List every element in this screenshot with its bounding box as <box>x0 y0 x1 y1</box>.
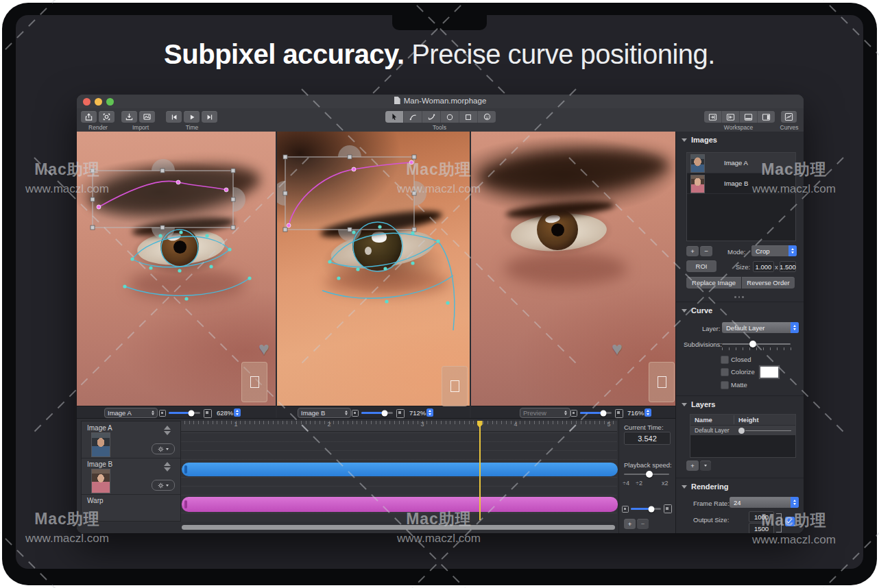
section-resize-handle[interactable] <box>734 296 744 298</box>
column-divider[interactable] <box>734 415 734 424</box>
roi-button[interactable]: ROI <box>686 260 717 272</box>
workspace-show-right-panel[interactable] <box>722 111 740 123</box>
share-icon <box>84 112 93 121</box>
render-snapshot-button[interactable] <box>99 111 115 123</box>
add-track-button[interactable]: + <box>624 519 636 529</box>
add-image-button[interactable]: + <box>686 246 699 256</box>
speed-mark: x2 <box>662 480 669 487</box>
zoom-out-timeline-icon[interactable] <box>622 506 629 513</box>
track-header-warp[interactable]: Warp <box>82 494 180 522</box>
rendering-section-header[interactable]: Rendering <box>682 482 728 491</box>
output-width-field[interactable]: 1000 <box>749 511 774 522</box>
size-width-field[interactable]: 1.000 <box>753 261 774 272</box>
height-slider-thumb[interactable] <box>738 428 745 434</box>
track-options-button[interactable] <box>152 443 175 454</box>
reverse-order-button[interactable]: Reverse Order <box>742 277 795 289</box>
playhead[interactable] <box>479 421 481 520</box>
render-export-button[interactable] <box>81 111 97 123</box>
bar-left-handle[interactable] <box>184 500 187 509</box>
statusbar-image-a: Image A 628% <box>77 406 276 419</box>
size-height-field[interactable]: 1.500 <box>780 261 796 272</box>
play-button[interactable] <box>184 111 200 123</box>
import-file-button[interactable] <box>121 111 137 123</box>
layers-table-row[interactable]: Default Layer <box>690 426 795 435</box>
images-section-header[interactable]: Images <box>682 136 717 144</box>
zoom-stepper-a[interactable] <box>234 408 241 417</box>
bar-left-handle[interactable] <box>184 465 187 474</box>
view-selector-a[interactable]: Image A <box>104 408 158 418</box>
track-thumbnail-man <box>91 432 110 457</box>
frame-rate-popup[interactable]: 24 <box>730 497 799 508</box>
add-layer-button[interactable]: + <box>686 461 699 471</box>
timeline-ruler[interactable] <box>180 421 617 432</box>
add-point-tool[interactable] <box>422 111 441 123</box>
timeline-zoom-slider[interactable] <box>631 508 661 510</box>
replace-image-button[interactable]: Replace Image <box>686 277 741 289</box>
track-header-image-b[interactable]: Image B <box>82 458 180 495</box>
title-bar: Man-Woman.morphage <box>77 95 804 108</box>
rectangle-tool[interactable] <box>459 111 478 123</box>
curve-section-header[interactable]: Curve <box>682 306 712 315</box>
view-selector-b[interactable]: Image B <box>298 408 351 418</box>
workspace-show-left-panel[interactable] <box>704 111 722 123</box>
workspace-show-side-panel[interactable] <box>758 111 775 123</box>
images-list-row-b[interactable]: Image B <box>687 173 795 194</box>
timeline-horizontal-scrollbar[interactable] <box>182 525 615 530</box>
lock-aspect-checkbox[interactable] <box>785 517 795 526</box>
pen-curve-icon <box>427 112 436 121</box>
layers-section-header[interactable]: Layers <box>682 400 715 408</box>
workspace-show-bottom-panel[interactable] <box>740 111 758 123</box>
zoom-in-image-icon[interactable] <box>615 409 623 418</box>
mode-popup[interactable]: Crop <box>751 245 797 256</box>
go-to-start-button[interactable] <box>166 111 182 123</box>
reorder-arrows[interactable] <box>164 462 171 471</box>
colorize-checkbox[interactable] <box>721 368 729 376</box>
ruler-number: 3 <box>420 421 424 428</box>
closed-checkbox[interactable] <box>721 356 729 364</box>
selection-box[interactable] <box>285 157 414 230</box>
zoom-in-image-icon[interactable] <box>204 409 212 418</box>
output-height-field[interactable]: 1500 <box>749 523 774 533</box>
tools-segmented-control <box>385 111 496 123</box>
col-name: Name <box>695 416 712 424</box>
subdivisions-slider[interactable] <box>722 343 791 345</box>
photo-preview-under-eye <box>504 252 627 285</box>
frame-rate-label: Frame Rate: <box>693 500 730 507</box>
import-image-button[interactable] <box>139 111 155 123</box>
timeline-bar-image-b[interactable] <box>182 497 618 512</box>
current-time-field[interactable]: 3.542 <box>624 432 671 445</box>
select-tool[interactable] <box>385 111 404 123</box>
zoom-out-image-icon[interactable] <box>159 410 166 417</box>
playback-speed-slider[interactable] <box>624 474 669 475</box>
track-header-image-a[interactable]: Image A <box>82 421 180 458</box>
zoom-out-image-icon[interactable] <box>570 410 577 417</box>
reorder-arrows[interactable] <box>164 426 171 435</box>
zoom-out-image-icon[interactable] <box>352 410 359 417</box>
images-list-row-a[interactable]: Image A <box>687 153 795 173</box>
zoom-slider-a[interactable] <box>169 412 200 414</box>
eye-curves[interactable] <box>125 230 250 295</box>
height-slider-track[interactable] <box>745 430 791 432</box>
zoom-slider-preview[interactable] <box>580 412 612 414</box>
view-selector-preview[interactable]: Preview <box>520 408 570 418</box>
face-tool[interactable] <box>478 111 496 123</box>
curves-button[interactable] <box>781 111 797 123</box>
zoom-in-image-icon[interactable] <box>396 409 405 418</box>
zoom-stepper-b[interactable] <box>426 408 433 417</box>
zoom-slider-b[interactable] <box>361 412 393 414</box>
layer-options-button[interactable] <box>700 461 711 471</box>
track-options-button[interactable] <box>152 480 175 491</box>
remove-track-button[interactable]: − <box>637 519 649 529</box>
colorize-color-well[interactable] <box>759 365 780 379</box>
circle-tool[interactable] <box>441 111 459 123</box>
chevron-down-icon <box>166 448 169 450</box>
layer-popup[interactable]: Default Layer <box>722 322 799 333</box>
closed-label: Closed <box>731 356 751 363</box>
go-to-end-button[interactable] <box>202 111 217 123</box>
zoom-in-timeline-icon[interactable] <box>664 504 672 513</box>
timeline-bar-image-a[interactable] <box>182 463 618 476</box>
remove-image-button[interactable]: − <box>700 246 712 256</box>
zoom-stepper-preview[interactable] <box>645 408 651 417</box>
curve-tool[interactable] <box>404 111 422 123</box>
matte-checkbox[interactable] <box>721 381 729 389</box>
